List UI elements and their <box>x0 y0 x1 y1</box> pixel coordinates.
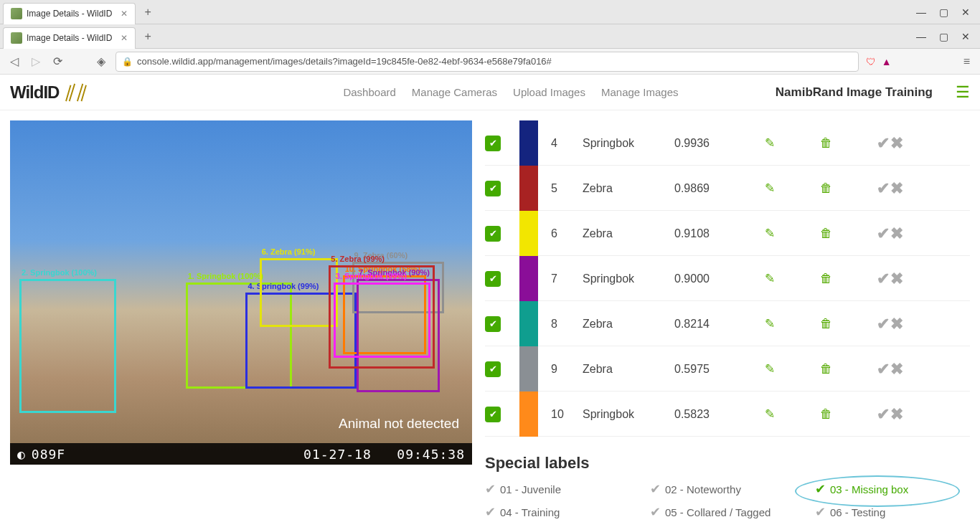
bounding-box[interactable]: 3. Springbok (99%) <box>334 283 430 359</box>
camera-time: 09:45:38 <box>397 447 465 462</box>
address-bar[interactable]: 🔒 console.wildid.app/management/images/d… <box>116 52 859 72</box>
confirm-reject-icons[interactable]: ✔ ✖ <box>857 360 921 379</box>
tab-close-icon[interactable]: ✕ <box>121 33 128 43</box>
label-text: 05 - Collared / Tagged <box>665 506 771 518</box>
detection-row: ✔7Springbok0.9000✎🗑✔ ✖ <box>485 256 970 301</box>
edit-icon[interactable]: ✎ <box>745 316 795 331</box>
window-minimize-icon[interactable]: — <box>916 31 926 42</box>
hamburger-menu-icon[interactable]: ☰ <box>948 83 970 102</box>
row-checkbox[interactable]: ✔ <box>485 316 501 332</box>
edit-icon[interactable]: ✎ <box>745 226 795 241</box>
detection-image: 2. Springbok (100%)1. Springbok (100%)4.… <box>10 120 472 465</box>
row-checkbox[interactable]: ✔ <box>485 136 501 151</box>
window-maximize-icon[interactable]: ▢ <box>939 31 948 42</box>
oryx-icon <box>62 82 90 103</box>
detection-row: ✔8Zebra0.8214✎🗑✔ ✖ <box>485 301 970 346</box>
detection-species: Springbok <box>583 408 669 421</box>
row-checkbox[interactable]: ✔ <box>485 361 501 377</box>
bbox-label: 5. Zebra (99%) <box>331 255 385 263</box>
label-text: 02 - Noteworthy <box>665 483 741 495</box>
detection-species: Zebra <box>583 318 669 331</box>
detection-species: Springbok <box>583 272 669 285</box>
bbox-label: 1. Springbok (100%) <box>188 272 263 280</box>
special-label-item[interactable]: ✔02 - Noteworthy <box>650 481 805 497</box>
edit-icon[interactable]: ✎ <box>745 181 795 196</box>
delete-icon[interactable]: 🗑 <box>801 181 851 196</box>
window-maximize-icon[interactable]: ▢ <box>939 6 948 18</box>
new-tab-button[interactable]: + <box>140 30 155 43</box>
reload-button[interactable]: ⟳ <box>50 53 65 70</box>
row-checkbox[interactable]: ✔ <box>485 271 501 287</box>
nav-manage-images[interactable]: Manage Images <box>601 86 679 98</box>
confirm-reject-icons[interactable]: ✔ ✖ <box>857 405 921 424</box>
back-button[interactable]: ◁ <box>7 53 22 70</box>
check-icon: ✔ <box>650 504 661 520</box>
edit-icon[interactable]: ✎ <box>745 361 795 376</box>
color-swatch <box>519 346 538 392</box>
lock-icon: 🔒 <box>122 57 133 67</box>
new-tab-button[interactable]: + <box>140 6 155 19</box>
confirm-reject-icons[interactable]: ✔ ✖ <box>857 224 921 243</box>
detection-row: ✔5Zebra0.9869✎🗑✔ ✖ <box>485 166 970 211</box>
nav-manage-cameras[interactable]: Manage Cameras <box>412 86 497 98</box>
tab-close-icon[interactable]: ✕ <box>121 9 128 19</box>
special-label-item[interactable]: ✔05 - Collared / Tagged <box>650 504 805 520</box>
row-checkbox[interactable]: ✔ <box>485 181 501 196</box>
special-label-item[interactable]: ✔01 - Juvenile <box>485 481 640 497</box>
browser-menu-icon[interactable]: ≡ <box>961 54 973 70</box>
window-close-icon[interactable]: ✕ <box>961 31 970 42</box>
detection-species: Zebra <box>583 227 669 240</box>
detection-confidence: 0.9869 <box>674 182 739 195</box>
label-text: 06 - Testing <box>830 506 885 518</box>
edit-icon[interactable]: ✎ <box>745 407 795 422</box>
check-icon: ✔ <box>815 481 826 497</box>
detection-confidence: 0.9936 <box>674 137 739 150</box>
label-text: 01 - Juvenile <box>500 483 561 495</box>
delete-icon[interactable]: 🗑 <box>801 362 851 376</box>
window-close-icon[interactable]: ✕ <box>961 6 970 18</box>
tab-title: Image Details - WildID <box>27 33 112 43</box>
delete-icon[interactable]: 🗑 <box>801 227 851 241</box>
window-minimize-icon[interactable]: — <box>916 6 926 18</box>
tab-title: Image Details - WildID <box>27 9 112 19</box>
browser-tab[interactable]: Image Details - WildID ✕ <box>3 27 136 49</box>
delete-icon[interactable]: 🗑 <box>801 272 851 286</box>
special-label-item[interactable]: ✔06 - Testing <box>815 504 970 520</box>
detection-species: Zebra <box>583 182 669 195</box>
bookmark-icon[interactable]: ◈ <box>94 53 108 70</box>
color-swatch <box>519 301 538 346</box>
color-swatch <box>519 211 538 256</box>
delete-icon[interactable]: 🗑 <box>801 136 851 151</box>
detection-confidence: 0.8214 <box>674 318 739 331</box>
special-label-item[interactable]: ✔03 - Missing box <box>815 481 970 497</box>
special-label-item[interactable]: ✔04 - Training <box>485 504 640 520</box>
row-checkbox[interactable]: ✔ <box>485 407 501 422</box>
confirm-reject-icons[interactable]: ✔ ✖ <box>857 315 921 333</box>
nav-dashboard[interactable]: Dashboard <box>343 86 395 98</box>
confirm-reject-icons[interactable]: ✔ ✖ <box>857 179 921 198</box>
detection-index: 9 <box>548 363 577 376</box>
bounding-box[interactable]: 6. Zebra (91%) <box>260 258 338 327</box>
row-checkbox[interactable]: ✔ <box>485 226 501 242</box>
check-icon: ✔ <box>485 504 496 520</box>
browser-tab[interactable]: Image Details - WildID ✕ <box>3 3 136 24</box>
edit-icon[interactable]: ✎ <box>745 271 795 286</box>
app-logo[interactable]: WildID <box>10 82 90 103</box>
color-swatch <box>519 166 538 211</box>
nav-upload-images[interactable]: Upload Images <box>513 86 585 98</box>
bat-icon[interactable]: ▲ <box>882 56 892 67</box>
delete-icon[interactable]: 🗑 <box>801 317 851 331</box>
special-labels-heading: Special labels <box>485 454 970 473</box>
edit-icon[interactable]: ✎ <box>745 136 795 151</box>
favicon-icon <box>11 32 22 44</box>
bounding-box[interactable]: 2. Springbok (100%) <box>19 279 116 413</box>
delete-icon[interactable]: 🗑 <box>801 407 851 422</box>
confirm-reject-icons[interactable]: ✔ ✖ <box>857 270 921 288</box>
detection-index: 10 <box>548 408 577 421</box>
camera-metadata-bar: ◐ 089F 01-27-18 09:45:38 <box>10 443 472 465</box>
check-icon: ✔ <box>815 504 826 520</box>
not-detected-overlay: Animal not detected <box>339 416 459 432</box>
confirm-reject-icons[interactable]: ✔ ✖ <box>857 134 921 153</box>
label-text: 03 - Missing box <box>830 483 908 495</box>
brave-shield-icon[interactable]: 🛡 <box>866 56 876 67</box>
